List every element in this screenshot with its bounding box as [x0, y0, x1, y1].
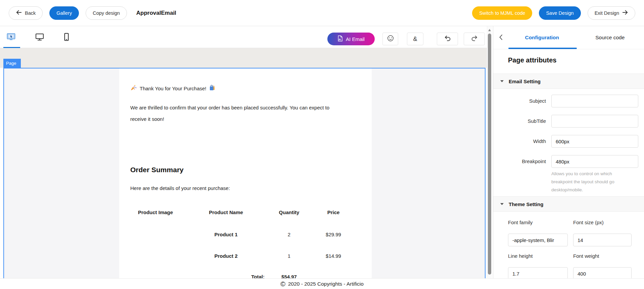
theme-setting-title: Theme Setting: [509, 201, 543, 207]
undo-icon: [444, 35, 451, 44]
copyright-text: 2020 - 2025 Copyrights - Artificio: [288, 281, 364, 287]
row-quantity-cell: 1: [271, 253, 307, 259]
page-block-tab[interactable]: Page: [3, 59, 21, 68]
undo-button[interactable]: [437, 33, 458, 45]
header-product-name: Product Name: [181, 209, 271, 215]
scrollbar-thumb[interactable]: [488, 34, 491, 275]
subject-input[interactable]: [551, 95, 638, 107]
scrollbar-up-arrow[interactable]: [488, 29, 491, 31]
subtitle-input[interactable]: [551, 115, 638, 128]
top-toolbar: Back Gallery Copy design ApprovalEmail S…: [0, 0, 644, 26]
back-label: Back: [25, 10, 36, 16]
font-family-label: Font family: [508, 220, 533, 225]
email-greeting-title: Thank You for Your Purchase!: [140, 86, 206, 91]
order-table-header-row: Product Image Product Name Quantity Pric…: [130, 209, 360, 215]
save-design-button[interactable]: Save Design: [539, 6, 581, 20]
row-name-cell: Product 1: [181, 232, 271, 237]
email-setting-title: Email Setting: [509, 79, 541, 84]
switch-to-mjml-button[interactable]: Switch to MJML code: [472, 6, 532, 20]
editor-toolbar: AI AI Email &: [0, 26, 487, 48]
row-name-cell: Product 2: [181, 253, 271, 259]
caret-down-icon: [500, 203, 504, 205]
breakpoint-label: Breakpoint: [493, 155, 546, 168]
party-popper-emoji: [130, 85, 137, 92]
mobile-preview-icon: [62, 33, 71, 42]
row-image-cell: [130, 253, 181, 259]
merge-tag-button[interactable]: &: [407, 33, 423, 45]
table-total-row: Total: $54.97: [130, 274, 360, 278]
svg-text:AI: AI: [339, 38, 341, 41]
redo-icon: [471, 35, 478, 44]
font-weight-input[interactable]: [573, 267, 632, 278]
row-quantity-cell: 2: [271, 232, 307, 237]
copyright-footer: © 2020 - 2025 Copyrights - Artificio: [0, 278, 644, 289]
emoji-icon: [387, 35, 394, 44]
font-size-input[interactable]: [573, 234, 632, 246]
emoji-button[interactable]: [382, 33, 398, 45]
back-button[interactable]: Back: [9, 6, 43, 20]
row-image-cell: [130, 232, 181, 237]
tab-source-code[interactable]: Source code: [576, 35, 644, 41]
row-price-cell: $29.99: [307, 232, 360, 237]
editor-view-tab[interactable]: [6, 32, 16, 43]
header-quantity: Quantity: [271, 209, 307, 215]
redo-button[interactable]: [464, 33, 485, 45]
line-height-input[interactable]: [508, 267, 568, 278]
breakpoint-input[interactable]: [551, 155, 638, 168]
table-row: Product 1 2 $29.99: [130, 232, 360, 237]
page-attributes-heading: Page attributes: [508, 56, 556, 64]
design-title: ApprovalEmail: [136, 10, 176, 16]
email-designer-app: Back Gallery Copy design ApprovalEmail S…: [0, 0, 644, 289]
canvas-viewport: Page Thank You for Your Purchase! We are…: [0, 48, 487, 278]
canvas-margin-strip: [0, 48, 487, 68]
ai-email-button[interactable]: AI AI Email: [327, 33, 375, 45]
mobile-preview-tab[interactable]: [61, 32, 72, 43]
total-value: $54.97: [271, 274, 307, 278]
back-arrow-icon: [16, 9, 22, 16]
shopping-bag-emoji: [209, 85, 215, 92]
width-input[interactable]: [551, 135, 638, 148]
header-product-image: Product Image: [130, 209, 181, 215]
exit-design-button[interactable]: Exit Design: [588, 6, 635, 20]
order-details-line[interactable]: Here are the details of your recent purc…: [130, 185, 230, 191]
theme-setting-section-header[interactable]: Theme Setting: [493, 196, 644, 212]
page-canvas[interactable]: Thank You for Your Purchase! We are thri…: [3, 68, 486, 278]
email-setting-section-header[interactable]: Email Setting: [493, 74, 644, 89]
width-label: Width: [493, 135, 546, 148]
desktop-preview-tab[interactable]: [34, 32, 45, 43]
subtitle-label: SubTitle: [493, 115, 546, 128]
breakpoint-help-text: Allows you to control on which breakpoin…: [551, 170, 634, 194]
switch-to-mjml-label: Switch to MJML code: [479, 10, 525, 16]
chevron-left-icon: [499, 34, 503, 41]
caret-down-icon: [500, 80, 504, 82]
exit-arrow-icon: [622, 9, 628, 16]
order-summary-heading[interactable]: Order Summary: [130, 166, 184, 174]
total-empty-cell: [130, 274, 181, 278]
font-family-input[interactable]: [508, 234, 568, 246]
copy-design-button[interactable]: Copy design: [86, 6, 127, 20]
email-greeting-row[interactable]: Thank You for Your Purchase!: [130, 85, 215, 92]
subject-label: Subject: [493, 95, 546, 107]
tab-configuration[interactable]: Configuration: [508, 35, 576, 41]
gallery-label: Gallery: [56, 10, 72, 16]
configuration-panel: Configuration Source code Page attribute…: [493, 26, 644, 278]
total-empty-cell: [307, 274, 360, 278]
save-design-label: Save Design: [546, 10, 573, 16]
gallery-button[interactable]: Gallery: [49, 6, 79, 20]
editor-view-icon: [7, 33, 15, 42]
ampersand-icon: &: [413, 36, 417, 43]
exit-design-label: Exit Design: [595, 10, 619, 16]
panel-tab-bar: Configuration Source code: [493, 26, 644, 49]
font-size-label: Font size (px): [573, 220, 604, 225]
editor-workspace: AI AI Email &: [0, 26, 493, 278]
email-preview-body[interactable]: Thank You for Your Purchase! We are thri…: [119, 68, 372, 278]
header-price: Price: [307, 209, 360, 215]
email-intro-paragraph[interactable]: We are thrilled to confirm that your ord…: [130, 102, 332, 125]
ai-email-label: AI Email: [346, 36, 365, 42]
collapse-panel-button[interactable]: [493, 34, 508, 41]
row-price-cell: $14.99: [307, 253, 360, 259]
copyright-icon: ©: [280, 281, 285, 287]
canvas-scrollbar[interactable]: [487, 26, 492, 278]
desktop-preview-icon: [35, 33, 44, 42]
font-weight-label: Font weight: [573, 253, 599, 259]
